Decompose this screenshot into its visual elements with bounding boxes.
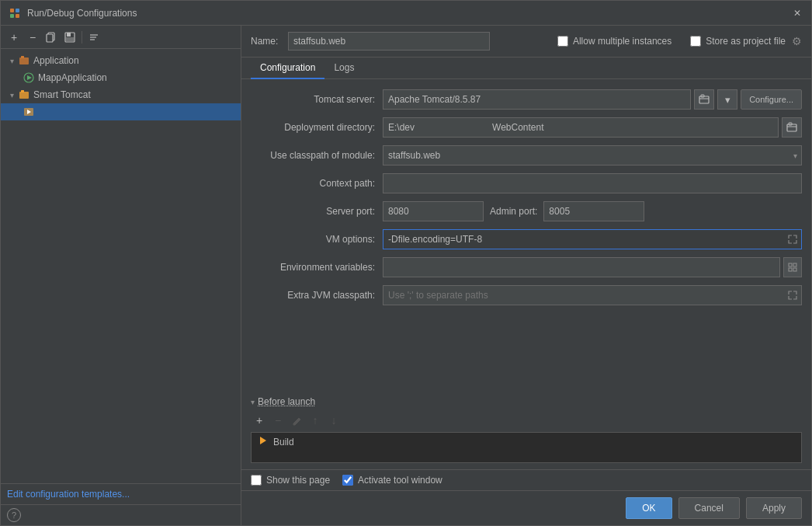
tab-logs[interactable]: Logs — [324, 57, 363, 79]
svg-rect-12 — [19, 57, 29, 64]
activate-tool-window-checkbox[interactable] — [342, 475, 353, 486]
sidebar-item-application[interactable]: ▾ Application — [1, 52, 241, 69]
svg-rect-16 — [19, 92, 29, 99]
chevron-down-icon-2: ▾ — [7, 90, 16, 99]
ports-row: Server port: Admin port: — [251, 200, 802, 222]
bl-remove-button[interactable]: − — [269, 412, 286, 429]
vm-options-wrapper — [383, 229, 802, 249]
svg-rect-3 — [16, 14, 19, 18]
bl-edit-button[interactable] — [288, 412, 305, 429]
extra-jvm-expand-button[interactable] — [785, 285, 800, 305]
tomcat-configure-button[interactable]: Configure... — [741, 89, 802, 110]
sidebar-item-smart-tomcat-group[interactable]: ▾ Smart Tomcat — [1, 86, 241, 103]
tabs-row: Configuration Logs — [241, 57, 811, 79]
right-panel: Name: Allow multiple instances Store as … — [241, 26, 811, 525]
classpath-module-row: Use classpath of module: staffsub.web ▾ — [251, 145, 802, 166]
server-port-label: Server port: — [251, 206, 383, 217]
svg-rect-2 — [10, 14, 14, 18]
dialog-buttons: OK Cancel Apply — [241, 490, 811, 525]
tomcat-server-field-wrapper: ▾ Configure... — [383, 89, 802, 110]
svg-rect-25 — [793, 263, 796, 266]
sidebar-footer: Edit configuration templates... — [1, 483, 241, 504]
deployment-dir-input[interactable] — [383, 117, 779, 138]
extra-jvm-row: Extra JVM classpath: — [251, 284, 802, 306]
deployment-dir-row: Deployment directory: — [251, 117, 802, 138]
before-launch-header[interactable]: ▾ Before launch — [251, 396, 802, 407]
tomcat-server-input[interactable] — [383, 89, 691, 110]
svg-rect-0 — [10, 9, 14, 12]
save-config-button[interactable] — [61, 29, 78, 46]
svg-marker-15 — [27, 75, 32, 80]
bl-build-item[interactable]: Build — [252, 433, 801, 451]
tab-configuration[interactable]: Configuration — [251, 57, 324, 79]
context-path-input[interactable] — [383, 173, 802, 193]
sidebar-item-mapp-application[interactable]: MappApplication — [1, 69, 241, 86]
bl-add-button[interactable]: + — [251, 412, 268, 429]
vm-expand-button[interactable] — [785, 229, 800, 249]
server-port-input[interactable] — [383, 201, 484, 221]
before-launch-title: Before launch — [258, 396, 315, 407]
settings-gear-icon[interactable]: ⚙ — [792, 35, 802, 47]
before-launch-chevron-icon: ▾ — [251, 398, 255, 406]
copy-config-button[interactable] — [43, 29, 60, 46]
bl-down-button[interactable]: ↓ — [325, 412, 342, 429]
allow-multiple-label: Allow multiple instances — [573, 36, 671, 47]
svg-marker-28 — [260, 437, 266, 444]
show-page-checkbox[interactable] — [251, 475, 262, 486]
vm-options-row: VM options: — [251, 228, 802, 250]
ok-button[interactable]: OK — [626, 497, 671, 519]
dialog-title: Run/Debug Configurations — [27, 8, 791, 19]
svg-rect-26 — [789, 268, 792, 271]
title-bar: Run/Debug Configurations ✕ — [1, 1, 811, 26]
help-button[interactable]: ? — [7, 508, 21, 522]
extra-jvm-input[interactable] — [383, 285, 802, 305]
bl-up-button[interactable]: ↑ — [307, 412, 324, 429]
deployment-dir-label: Deployment directory: — [251, 122, 383, 133]
close-button[interactable]: ✕ — [791, 7, 803, 19]
svg-rect-27 — [793, 268, 796, 271]
ports-wrapper: Admin port: — [383, 201, 802, 221]
run-debug-configurations-dialog: Run/Debug Configurations ✕ + − — [0, 0, 812, 526]
show-page-option: Show this page — [251, 475, 330, 486]
sidebar: + − — [1, 26, 241, 525]
name-input[interactable] — [288, 32, 490, 51]
tomcat-icon — [18, 89, 30, 101]
show-page-label: Show this page — [266, 475, 330, 486]
sidebar-item-smart-tomcat-item[interactable] — [1, 103, 241, 120]
allow-multiple-checkbox[interactable] — [557, 36, 568, 47]
svg-rect-7 — [67, 33, 71, 37]
env-variables-input[interactable] — [383, 257, 780, 277]
before-launch-section: ▾ Before launch + − ↑ ↓ — [241, 396, 811, 469]
vm-options-label: VM options: — [251, 234, 383, 245]
tomcat-dropdown-button[interactable]: ▾ — [717, 89, 737, 110]
main-content: + − — [1, 26, 811, 525]
selected-run-config-icon — [23, 106, 35, 118]
cancel-button[interactable]: Cancel — [678, 497, 740, 519]
allow-multiple-option: Allow multiple instances — [557, 36, 671, 47]
classpath-module-select-wrapper: staffsub.web ▾ — [383, 145, 802, 165]
add-config-button[interactable]: + — [5, 29, 23, 46]
application-group-label: Application — [33, 55, 79, 66]
tomcat-browse-folder-button[interactable] — [694, 89, 714, 110]
env-expand-button[interactable] — [783, 257, 802, 277]
admin-port-input[interactable] — [543, 201, 644, 221]
bl-build-label: Build — [273, 437, 294, 448]
deployment-browse-button[interactable] — [782, 117, 802, 138]
mapp-application-label: MappApplication — [38, 72, 107, 83]
vm-options-input[interactable] — [383, 229, 802, 249]
run-config-icon — [23, 71, 35, 84]
store-as-project-checkbox[interactable] — [690, 36, 701, 47]
svg-rect-8 — [66, 37, 74, 41]
dialog-icon — [9, 7, 21, 19]
activate-tool-window-label: Activate tool window — [358, 475, 442, 486]
deployment-dir-field-wrapper — [383, 117, 802, 138]
config-tree: ▾ Application — [1, 49, 241, 483]
sort-config-button[interactable] — [85, 29, 102, 46]
activate-tool-window-option: Activate tool window — [342, 475, 442, 486]
remove-config-button[interactable]: − — [24, 29, 41, 46]
svg-rect-17 — [21, 90, 24, 92]
edit-templates-link[interactable]: Edit configuration templates... — [7, 489, 130, 500]
classpath-module-select[interactable]: staffsub.web — [383, 145, 802, 165]
apply-button[interactable]: Apply — [746, 497, 802, 519]
window-controls: ✕ — [791, 7, 803, 19]
